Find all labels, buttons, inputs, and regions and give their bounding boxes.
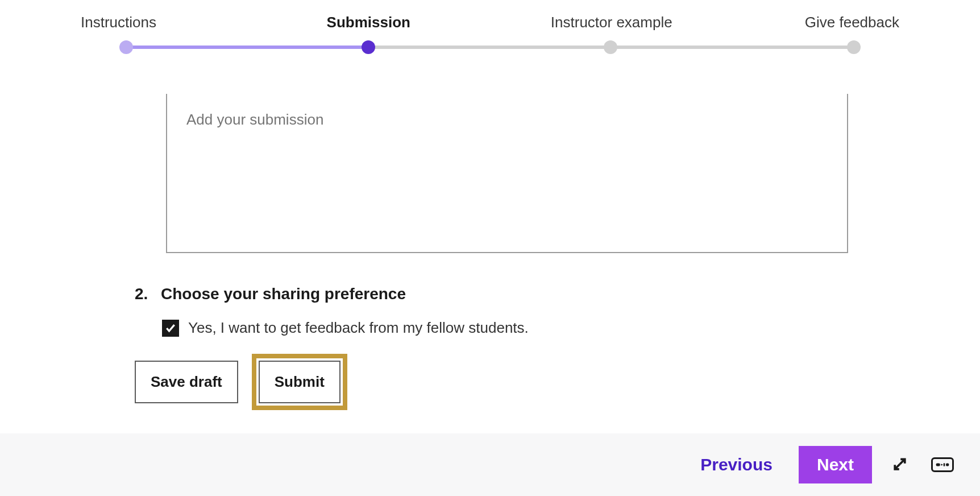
step-label-instructions[interactable]: Instructions xyxy=(81,14,273,31)
step-dot-3[interactable] xyxy=(604,40,617,54)
step-dot-4[interactable] xyxy=(847,40,861,54)
section-2-title: Choose your sharing preference xyxy=(161,285,406,303)
progress-stepper: Instructions Submission Instructor examp… xyxy=(0,0,980,65)
step-label-instructor-example[interactable]: Instructor example xyxy=(464,14,708,31)
save-draft-button[interactable]: Save draft xyxy=(135,361,238,403)
section-2-number: 2. xyxy=(135,285,151,303)
content-wrapper: 2. Choose your sharing preference Yes, I… xyxy=(101,94,879,410)
svg-marker-3 xyxy=(941,464,942,465)
next-button[interactable]: Next xyxy=(799,446,872,483)
action-button-row: Save draft Submit xyxy=(135,354,845,410)
captions-button[interactable] xyxy=(928,454,957,476)
stepper-labels: Instructions Submission Instructor examp… xyxy=(81,14,899,31)
expand-button[interactable] xyxy=(888,452,912,478)
step-label-give-feedback[interactable]: Give feedback xyxy=(708,14,900,31)
step-label-submission[interactable]: Submission xyxy=(273,14,465,31)
previous-button[interactable]: Previous xyxy=(690,448,783,481)
sharing-checkbox[interactable] xyxy=(162,320,179,337)
footer-bar: Previous Next xyxy=(0,433,980,496)
stepper-track-fill xyxy=(126,46,368,49)
submission-textarea[interactable] xyxy=(166,94,848,253)
captions-icon xyxy=(931,457,954,472)
svg-rect-4 xyxy=(944,463,945,466)
section-2-heading: 2. Choose your sharing preference xyxy=(135,285,845,303)
svg-rect-5 xyxy=(946,463,949,466)
stepper-track xyxy=(126,40,854,54)
submit-button[interactable]: Submit xyxy=(259,361,340,403)
sharing-checkbox-label: Yes, I want to get feedback from my fell… xyxy=(188,319,529,337)
submit-highlight-frame: Submit xyxy=(252,354,347,410)
sharing-preference-row: Yes, I want to get feedback from my fell… xyxy=(162,319,845,337)
check-icon xyxy=(165,323,176,334)
expand-icon xyxy=(891,456,908,473)
step-dot-2[interactable] xyxy=(362,40,375,54)
svg-rect-2 xyxy=(936,463,940,466)
step-dot-1[interactable] xyxy=(119,40,133,54)
